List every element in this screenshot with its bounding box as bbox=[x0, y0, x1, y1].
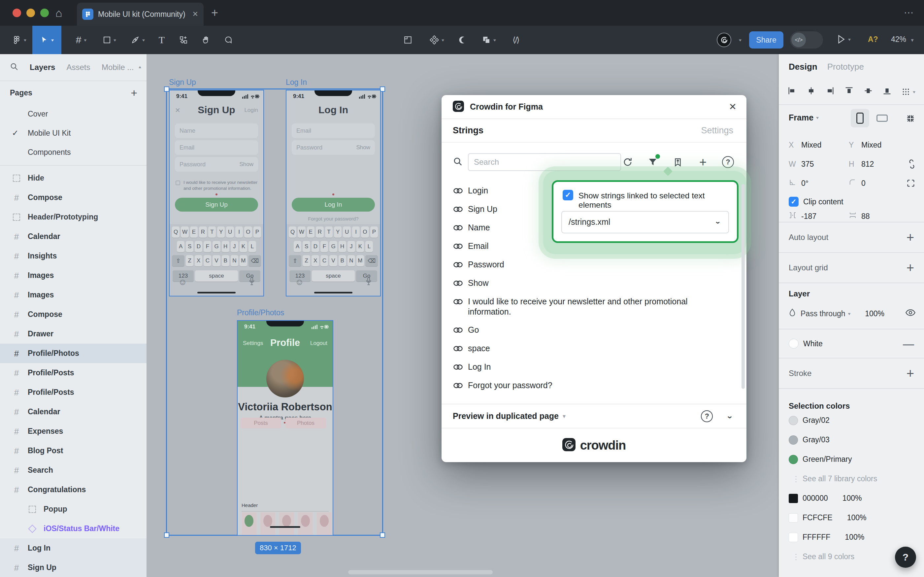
home-icon[interactable]: ⌂ bbox=[55, 6, 62, 19]
add-auto-layout-button[interactable]: + bbox=[906, 230, 914, 245]
profile-frame[interactable]: 9:41 Settings Profile Logout Victoriia R… bbox=[237, 320, 333, 536]
layer-item[interactable]: Images bbox=[0, 266, 146, 285]
layer-item[interactable]: Images bbox=[0, 285, 146, 305]
layer-item[interactable]: Congratulations bbox=[0, 480, 146, 500]
pen-tool-button[interactable]: ▾ bbox=[125, 26, 151, 54]
page-item[interactable]: ✓ Cover bbox=[0, 104, 146, 124]
add-layout-grid-button[interactable]: + bbox=[906, 260, 914, 275]
string-item[interactable]: I would like to receive your newsletter … bbox=[453, 292, 733, 321]
window-close-button[interactable] bbox=[13, 8, 21, 17]
dev-mode-toggle[interactable]: </> bbox=[790, 31, 823, 48]
horizontal-padding-value[interactable]: -187 bbox=[801, 212, 847, 221]
close-icon[interactable]: ✕ bbox=[729, 102, 737, 112]
layer-item[interactable]: Profile/Posts bbox=[0, 383, 146, 402]
add-string-button[interactable]: + bbox=[696, 155, 710, 169]
widgets-tool-button[interactable] bbox=[174, 26, 193, 54]
window-minimize-button[interactable] bbox=[26, 8, 35, 17]
blend-mode-dropdown[interactable]: Pass through bbox=[800, 309, 845, 318]
layer-item[interactable]: Insights bbox=[0, 246, 146, 266]
linked-strings-checkbox[interactable]: ✓ bbox=[563, 190, 573, 200]
share-button[interactable]: Share bbox=[749, 31, 784, 48]
refresh-button[interactable] bbox=[621, 155, 634, 169]
boolean-groups-button[interactable]: ▾ bbox=[475, 26, 503, 54]
height-value[interactable]: 812 bbox=[861, 160, 908, 169]
rotation-value[interactable]: 0° bbox=[801, 179, 847, 188]
layer-item[interactable]: Search bbox=[0, 461, 146, 480]
dialog-scrollbar[interactable] bbox=[742, 184, 745, 389]
fill-swatch[interactable] bbox=[789, 338, 798, 348]
corner-radius-value[interactable]: 0 bbox=[861, 179, 908, 188]
align-h-center-icon[interactable] bbox=[806, 86, 816, 97]
string-item[interactable]: space bbox=[453, 339, 733, 358]
layer-item[interactable]: Sign Up bbox=[0, 558, 146, 577]
width-value[interactable]: 375 bbox=[801, 160, 847, 169]
selection-handle[interactable] bbox=[164, 87, 169, 92]
account-chevron[interactable]: ▾ bbox=[734, 26, 744, 54]
file-dropdown[interactable]: Mobile ... ▾ bbox=[101, 63, 141, 72]
remove-fill-button[interactable]: — bbox=[903, 337, 914, 350]
user-avatar[interactable] bbox=[717, 33, 731, 47]
constrain-proportions-icon[interactable] bbox=[908, 159, 916, 169]
page-item[interactable]: ✓ Mobile UI Kit bbox=[0, 124, 146, 143]
layer-item[interactable]: Profile/Photos bbox=[0, 343, 146, 363]
dev-resources-button[interactable]: ⟨/⟩ bbox=[505, 26, 527, 54]
add-page-button[interactable]: + bbox=[131, 87, 137, 99]
missing-fonts-badge[interactable]: A? bbox=[868, 35, 878, 44]
layer-item[interactable]: Drawer bbox=[0, 324, 146, 343]
frame-label-profile[interactable]: Profile/Photos bbox=[237, 308, 284, 317]
signup-frame[interactable]: 9:41 ✕ Sign Up Login Name Email Password… bbox=[169, 90, 264, 297]
selection-handle[interactable] bbox=[164, 532, 169, 538]
zoom-level-button[interactable]: 42% ▾ bbox=[891, 35, 913, 44]
layer-item[interactable]: Hide bbox=[0, 168, 146, 188]
page-item[interactable]: ✓ Components bbox=[0, 143, 146, 162]
frame-tool-button[interactable]: #▾ bbox=[68, 26, 94, 54]
visibility-eye-icon[interactable] bbox=[906, 309, 916, 318]
export-button[interactable] bbox=[671, 155, 684, 169]
align-right-icon[interactable] bbox=[825, 86, 835, 97]
figma-help-button[interactable]: ? bbox=[895, 546, 916, 568]
selection-color-item[interactable]: Gray/03 bbox=[779, 430, 924, 450]
align-left-icon[interactable] bbox=[787, 86, 797, 97]
frame-label-login[interactable]: Log In bbox=[286, 78, 307, 87]
string-item[interactable]: Password bbox=[453, 256, 733, 274]
preview-toggle[interactable]: Preview in duplicated page bbox=[453, 411, 559, 421]
tab-close-icon[interactable]: ✕ bbox=[192, 10, 198, 18]
preview-help-icon[interactable]: ? bbox=[701, 410, 713, 422]
main-menu-button[interactable]: ▾ bbox=[8, 26, 31, 54]
horizontal-scrollbar[interactable] bbox=[348, 570, 493, 574]
x-value[interactable]: Mixed bbox=[801, 140, 847, 150]
layer-item[interactable]: Header/Prototyping bbox=[0, 207, 146, 227]
tab-strings[interactable]: Strings bbox=[453, 126, 483, 136]
landscape-orientation-button[interactable] bbox=[876, 114, 888, 122]
hand-tool-button[interactable] bbox=[197, 26, 215, 54]
y-value[interactable]: Mixed bbox=[861, 140, 908, 150]
layer-item[interactable]: Compose bbox=[0, 305, 146, 324]
login-frame[interactable]: 9:41 Log In Email PasswordShow Log In Fo… bbox=[286, 90, 381, 297]
layer-item[interactable]: Calendar bbox=[0, 227, 146, 246]
window-overflow-icon[interactable]: ⋯ bbox=[904, 6, 915, 18]
vertical-gap-value[interactable]: 88 bbox=[861, 212, 908, 221]
tab-prototype[interactable]: Prototype bbox=[827, 62, 864, 72]
portrait-orientation-button[interactable] bbox=[851, 109, 869, 127]
tab-assets[interactable]: Assets bbox=[66, 63, 90, 72]
selection-color-item[interactable]: FCFCFE 100% bbox=[779, 508, 924, 527]
layer-item[interactable]: iOS/Status Bar/White bbox=[0, 519, 146, 538]
filter-button[interactable] bbox=[646, 155, 659, 169]
fill-style-name[interactable]: White bbox=[803, 339, 823, 348]
selection-color-item[interactable]: Green/Primary bbox=[779, 450, 924, 469]
distribute-menu-icon[interactable]: ▾ bbox=[901, 87, 916, 96]
selection-color-item[interactable]: 000000 100% bbox=[779, 488, 924, 508]
comment-tool-button[interactable] bbox=[219, 26, 238, 54]
text-tool-button[interactable]: T bbox=[153, 26, 171, 54]
selection-handle[interactable] bbox=[380, 532, 385, 538]
browser-tab[interactable]: Mobile UI kit (Community) ✕ bbox=[77, 3, 204, 26]
edit-object-button[interactable] bbox=[399, 26, 417, 54]
mask-tool-button[interactable] bbox=[454, 26, 472, 54]
layer-item[interactable]: Expenses bbox=[0, 422, 146, 441]
string-item[interactable]: Forgot your password? bbox=[453, 376, 733, 395]
tab-layers[interactable]: Layers bbox=[30, 63, 55, 72]
layer-opacity-value[interactable]: 100% bbox=[865, 309, 884, 318]
tab-design[interactable]: Design bbox=[789, 62, 818, 72]
shape-tool-button[interactable]: ▾ bbox=[97, 26, 123, 54]
clip-content-checkbox[interactable]: ✓ bbox=[789, 197, 798, 206]
